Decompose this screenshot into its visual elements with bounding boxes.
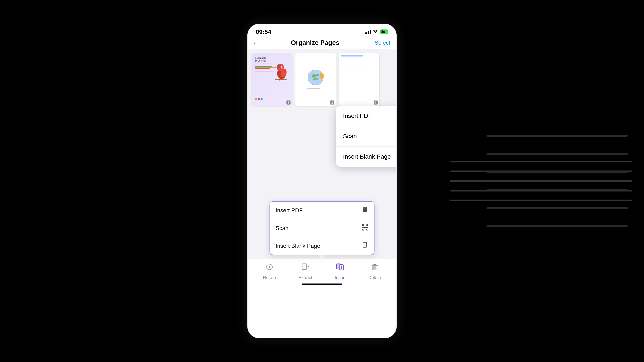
status-time: 09:54 <box>256 28 271 35</box>
svg-rect-32 <box>362 229 364 230</box>
svg-point-36 <box>269 266 270 268</box>
svg-rect-18 <box>308 90 322 90</box>
parrot-image <box>273 61 289 81</box>
signal-bar-2 <box>366 32 368 34</box>
context-insert-pdf-icon <box>362 206 368 214</box>
wifi-icon <box>373 29 378 34</box>
nav-bar: ‹ Organize Pages Select <box>248 36 396 49</box>
status-bar: 09:54 <box>248 24 396 36</box>
popup-insert-pdf[interactable]: Insert PDF <box>336 106 396 126</box>
svg-rect-37 <box>302 264 307 269</box>
context-insert-blank-label: Insert Blank Page <box>276 243 320 249</box>
insert-label: Insert <box>335 275 346 280</box>
svg-point-10 <box>316 74 319 76</box>
page-number-2: 2 <box>330 100 334 104</box>
page-thumb-1[interactable]: Essentialsof Ecology <box>252 53 292 106</box>
extract-label: Extract <box>298 275 312 280</box>
svg-rect-15 <box>320 74 323 79</box>
bottom-toolbar: Rotate Extract <box>248 259 396 300</box>
context-insert-blank[interactable]: Insert Blank Page <box>270 237 374 255</box>
svg-rect-17 <box>308 88 320 89</box>
extract-icon <box>301 263 310 273</box>
svg-rect-29 <box>363 207 366 209</box>
page-number-1: 1 <box>286 100 290 104</box>
toolbar-insert[interactable]: Insert <box>335 263 346 280</box>
popup-insert-blank[interactable]: Insert Blank Page <box>336 146 396 167</box>
svg-point-5 <box>282 67 282 67</box>
page1-dots <box>255 98 263 100</box>
page2-globe <box>295 53 336 106</box>
delete-label: Delete <box>368 275 381 280</box>
context-insert-pdf-label: Insert PDF <box>276 207 302 214</box>
toolbar-items: Rotate Extract <box>248 263 396 280</box>
rotate-label: Rotate <box>263 275 276 280</box>
insert-icon <box>336 263 344 273</box>
popup-scan[interactable]: Scan <box>336 126 396 146</box>
content-area: Essentialsof Ecology <box>248 49 396 300</box>
context-menu: Insert PDF Scan <box>270 201 374 255</box>
popup-insert-pdf-label: Insert PDF <box>343 112 372 119</box>
signal-bar-1 <box>365 32 366 34</box>
page-title: Organize Pages <box>291 39 339 46</box>
toolbar-extract[interactable]: Extract <box>298 263 312 280</box>
svg-rect-33 <box>366 229 368 230</box>
svg-rect-7 <box>275 79 287 80</box>
svg-rect-30 <box>362 225 364 226</box>
page3-title-bar <box>340 55 363 56</box>
battery-badge: 56+ <box>380 29 388 34</box>
toolbar-delete[interactable]: Delete <box>368 263 381 280</box>
signal-bars-icon <box>365 30 371 34</box>
context-insert-pdf[interactable]: Insert PDF <box>270 202 374 219</box>
phone-frame: 09:54 <box>247 23 397 338</box>
delete-icon <box>370 263 379 273</box>
popup-scan-label: Scan <box>343 133 357 140</box>
context-scan-icon <box>362 224 368 232</box>
select-button[interactable]: Select <box>374 39 390 46</box>
annotation-lines <box>486 135 628 227</box>
page-number-3: 3 <box>374 100 378 104</box>
page3-lines <box>340 58 378 69</box>
context-insert-blank-icon <box>362 242 368 250</box>
home-indicator <box>302 284 342 285</box>
page3-data <box>339 53 379 106</box>
context-scan-label: Scan <box>276 225 288 231</box>
page-thumb-3[interactable]: 3 <box>339 53 379 106</box>
svg-point-0 <box>375 32 376 33</box>
popup-menu-large: Insert PDF Scan <box>336 106 396 167</box>
svg-point-6 <box>277 65 281 68</box>
popup-insert-blank-label: Insert Blank Page <box>343 153 391 160</box>
pages-grid: Essentialsof Ecology <box>252 53 392 106</box>
signal-bar-3 <box>368 31 369 34</box>
page-thumb-2[interactable]: 2 <box>295 53 336 106</box>
rotate-icon <box>265 263 274 273</box>
toolbar-rotate[interactable]: Rotate <box>263 263 276 280</box>
back-button[interactable]: ‹ <box>254 39 256 46</box>
context-scan[interactable]: Scan <box>270 219 374 237</box>
signal-bar-4 <box>370 30 371 34</box>
svg-rect-31 <box>366 225 368 226</box>
svg-point-11 <box>312 78 318 80</box>
status-icons: 56+ <box>365 29 388 34</box>
toolbar-caret <box>318 255 326 259</box>
svg-rect-16 <box>308 87 324 87</box>
